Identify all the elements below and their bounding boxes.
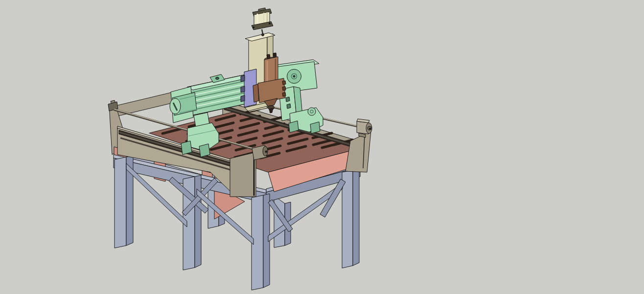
z-carriage-tab-2 bbox=[241, 86, 245, 92]
z-motor-shaft-tip bbox=[262, 34, 264, 36]
spindle-mount-tab-3 bbox=[282, 92, 286, 96]
spindle-terminal-1 bbox=[267, 54, 270, 59]
cad-viewport[interactable] bbox=[0, 0, 644, 294]
gantry-right-foot-boss bbox=[308, 108, 316, 115]
stand-leg-east-side bbox=[353, 169, 359, 266]
z-motor-screw-1 bbox=[253, 27, 254, 28]
east-drive-motor-shaft bbox=[369, 128, 371, 130]
gantry-left-clamp-b bbox=[199, 144, 210, 157]
gantry-beam-tab-hole bbox=[216, 77, 219, 80]
gantry-right-leg-hole-2 bbox=[287, 104, 291, 109]
gantry-right-leg-hole-1 bbox=[286, 97, 290, 102]
z-carriage-tab-3 bbox=[241, 95, 245, 102]
spindle-mount-tab-2 bbox=[282, 87, 286, 90]
spindle-terminal-2 bbox=[273, 53, 276, 57]
spindle-mount-wing bbox=[253, 84, 259, 102]
cad-canvas[interactable] bbox=[0, 0, 644, 294]
gantry-right-boss-dot bbox=[293, 75, 295, 77]
z-motor-screw-2 bbox=[269, 23, 271, 24]
south-drive-motor-shaft bbox=[265, 151, 267, 153]
stand-leg-west-front bbox=[115, 157, 126, 248]
z-carriage-tab-1 bbox=[241, 75, 245, 82]
spindle-mount-tab-1 bbox=[282, 81, 286, 85]
south-corner-post bbox=[230, 152, 256, 197]
gantry-left-clamp-a bbox=[181, 141, 192, 155]
stand-leg-front-left-side bbox=[195, 175, 201, 268]
